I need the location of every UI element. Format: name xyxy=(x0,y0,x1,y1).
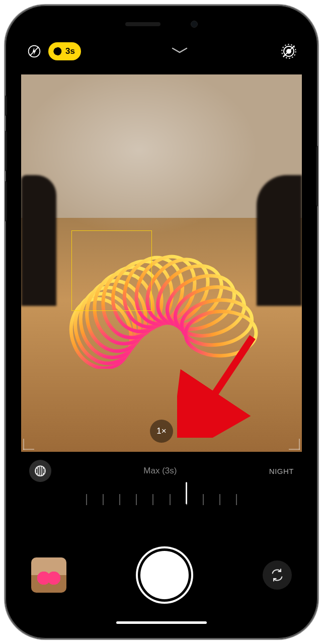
volume-up xyxy=(5,131,7,171)
zoom-level-button[interactable]: 1× xyxy=(150,420,173,443)
camera-bottom-bar xyxy=(16,533,307,629)
flash-toggle[interactable] xyxy=(24,41,44,61)
volume-down xyxy=(5,181,7,221)
notch xyxy=(96,15,227,33)
night-mode-slider-area: Max (3s) NIGHT xyxy=(16,460,307,510)
home-indicator[interactable] xyxy=(116,621,207,624)
camera-mode-label: NIGHT xyxy=(269,467,294,475)
shutter-button[interactable] xyxy=(140,551,189,599)
night-mode-icon xyxy=(34,464,47,477)
speaker-grille xyxy=(125,22,160,26)
slider-tick xyxy=(103,494,104,505)
camera-viewfinder[interactable]: 1× xyxy=(21,74,302,452)
flash-off-icon xyxy=(28,45,41,58)
mute-switch xyxy=(5,96,7,116)
slider-tick xyxy=(203,494,204,505)
slider-tick xyxy=(119,494,120,505)
slider-cursor[interactable] xyxy=(186,482,187,504)
night-mode-duration: 3s xyxy=(65,46,75,56)
front-camera xyxy=(191,21,198,28)
screen: 3s xyxy=(16,15,307,629)
chevron-down-icon xyxy=(171,46,189,54)
night-mode-pill[interactable]: 3s xyxy=(48,42,81,60)
slider-tick xyxy=(236,494,237,505)
camera-swap-icon xyxy=(270,568,284,582)
slider-tick xyxy=(170,494,171,505)
slider-tick xyxy=(152,494,153,505)
slider-tick xyxy=(86,494,87,505)
zoom-level-label: 1× xyxy=(156,426,166,436)
camera-controls-expand[interactable] xyxy=(160,44,199,58)
shutter-wrap xyxy=(140,551,189,599)
slider-tick xyxy=(219,494,220,505)
frame-corner-br xyxy=(289,439,300,450)
night-mode-icon xyxy=(52,46,62,56)
camera-top-bar: 3s xyxy=(16,37,307,65)
side-button xyxy=(316,146,318,206)
focus-indicator xyxy=(71,230,152,311)
top-bar-left-group: 3s xyxy=(24,41,81,61)
last-photo-thumbnail[interactable] xyxy=(31,557,66,593)
exposure-slider[interactable] xyxy=(86,485,237,505)
exposure-label: Max (3s) xyxy=(143,466,177,476)
frame-corner-bl xyxy=(23,439,34,450)
svg-line-11 xyxy=(283,46,295,57)
live-photo-off-icon xyxy=(281,44,296,59)
live-photo-toggle[interactable] xyxy=(279,41,299,61)
slider-tick xyxy=(136,494,137,505)
camera-swap-button[interactable] xyxy=(263,560,292,590)
phone-frame: 3s xyxy=(5,5,318,639)
night-mode-slider-icon[interactable] xyxy=(29,460,51,482)
